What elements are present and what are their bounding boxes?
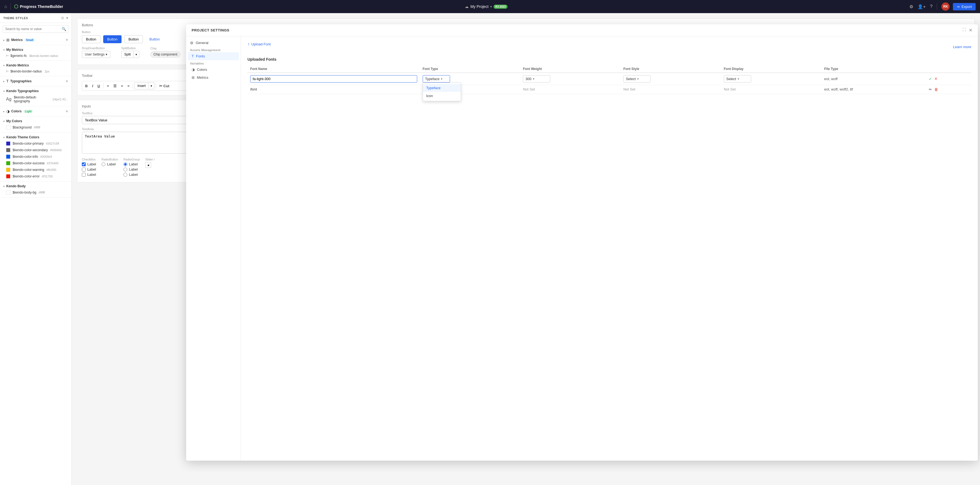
toolbar-cut[interactable]: ✂ Cut bbox=[158, 83, 171, 89]
button-default[interactable]: Button bbox=[82, 35, 100, 43]
add-typography-button[interactable]: + bbox=[66, 79, 68, 83]
settings-header-icons: ⛶ ✕ bbox=[963, 28, 972, 33]
metrics-nav-label: Metrics bbox=[197, 76, 208, 79]
delete-icon-2[interactable]: 🗑 bbox=[934, 87, 938, 92]
checkbox-label-2[interactable]: Label bbox=[82, 167, 96, 171]
metric-item[interactable]: ⊢ $generic-fs $kendo-border-radius bbox=[0, 53, 72, 59]
kendo-body-bg-item[interactable]: $kendo-body-bg #ffffff bbox=[0, 189, 72, 196]
radio-group-1[interactable] bbox=[124, 162, 127, 166]
split-button-main[interactable]: Split bbox=[121, 51, 133, 58]
kendo-typography-item[interactable]: Ag $kendo-default-typography 14px/1.42..… bbox=[0, 94, 72, 105]
checkbox-label-1[interactable]: Label bbox=[82, 162, 96, 166]
font-type-dropdown-1[interactable]: Typeface ▾ bbox=[423, 75, 450, 82]
color-error-item[interactable]: $kendo-color-error #f31700 bbox=[0, 173, 72, 180]
toolbar-align-center[interactable]: ☰ bbox=[111, 83, 119, 89]
color-success-item[interactable]: $kendo-color-success #37b400 bbox=[0, 160, 72, 166]
toolbar-bold[interactable]: B bbox=[83, 83, 89, 89]
color-warning-item[interactable]: $kendo-color-warning #ffc000 bbox=[0, 166, 72, 173]
help-icon[interactable]: ? bbox=[930, 4, 933, 9]
dropdown-option-icon[interactable]: Icon bbox=[423, 92, 461, 100]
color-primary-item[interactable]: $kendo-color-primary #2627c5ff bbox=[0, 140, 72, 147]
toolbar-align-right[interactable]: ≡ bbox=[119, 83, 125, 89]
kendo-metric-item[interactable]: ⊢ $kendo-border-radius 2px bbox=[0, 68, 72, 74]
font-style-2: Not Set bbox=[623, 87, 635, 91]
sidebar-header-icons: ⊙ ▾ bbox=[61, 16, 68, 20]
export-button[interactable]: ⇒ Export bbox=[953, 3, 975, 10]
add-user-icon[interactable]: 👤+ bbox=[918, 4, 926, 9]
color-error-hex: #f31700 bbox=[42, 175, 53, 178]
my-colors-header[interactable]: ▾ My Colors bbox=[0, 118, 72, 124]
kendo-metrics-header[interactable]: ▾ Kendo Metrics bbox=[0, 62, 72, 68]
metrics-label: Metrics bbox=[11, 38, 23, 42]
nav-item-fonts[interactable]: T Fonts bbox=[188, 52, 239, 60]
font-filetype-2: eot, woff, woff2, ttf bbox=[824, 87, 853, 91]
radio-1[interactable] bbox=[102, 162, 105, 166]
font-row-1: Typeface ▾ Typeface Icon bbox=[247, 73, 971, 85]
nav-item-general[interactable]: ⚙ General bbox=[186, 39, 240, 47]
color-info-item[interactable]: $kendo-color-info #0058e9 bbox=[0, 154, 72, 160]
add-metric-button[interactable]: + bbox=[66, 38, 68, 42]
palette-icon[interactable]: ⊙ bbox=[61, 16, 64, 20]
nav-item-colors[interactable]: ◑ Colors bbox=[188, 66, 239, 73]
toolbar-insert-arrow[interactable]: ▾ bbox=[148, 82, 154, 89]
delete-icon-1[interactable]: ✕ bbox=[934, 76, 937, 81]
font-weight-dropdown-1[interactable]: 300 ▾ bbox=[523, 75, 550, 82]
color-warning-name: $kendo-color-warning bbox=[13, 168, 44, 172]
radio-group-label-2[interactable]: Label bbox=[124, 167, 140, 171]
toolbar-underline[interactable]: U bbox=[95, 83, 102, 89]
add-color-button[interactable]: + bbox=[66, 109, 68, 114]
font-name-input-1[interactable] bbox=[250, 75, 417, 82]
toolbar-align-left[interactable]: ≡ bbox=[105, 83, 111, 89]
color-error-swatch bbox=[6, 174, 10, 179]
button-outline[interactable]: Button bbox=[124, 35, 143, 43]
dropdown-button[interactable]: User Settings ▾ bbox=[82, 51, 110, 58]
kendo-typographies-header[interactable]: ▾ Kendo Typographies bbox=[0, 88, 72, 94]
edit-icon-2[interactable]: ✏ bbox=[929, 87, 932, 92]
my-metrics-header[interactable]: ▾ My Metrics bbox=[0, 47, 72, 53]
font-weight-value-1: 300 bbox=[525, 77, 531, 81]
colors-header[interactable]: ▸ ◑ Colors Light + bbox=[0, 108, 72, 114]
font-display-dropdown-1[interactable]: Select ▾ bbox=[724, 75, 751, 82]
checkbox-3[interactable] bbox=[82, 173, 86, 177]
metrics-header[interactable]: ▸ ⊞ Metrics Small + bbox=[0, 36, 72, 43]
home-icon[interactable]: ⌂ bbox=[5, 4, 7, 9]
kendo-theme-colors-header[interactable]: ▾ Kendo Theme Colors bbox=[0, 134, 72, 140]
radio-group-3[interactable] bbox=[124, 173, 127, 177]
kendo-body-header[interactable]: ▾ Kendo Body bbox=[0, 183, 72, 189]
learn-more-link[interactable]: Learn more bbox=[953, 45, 971, 49]
toolbar-italic[interactable]: I bbox=[90, 83, 95, 89]
slider-left-button[interactable]: ◂ bbox=[145, 162, 151, 168]
toolbar-insert[interactable]: Insert bbox=[134, 82, 148, 89]
checkbox-label-3[interactable]: Label bbox=[82, 173, 96, 177]
top-nav: ⌂ ⬡ Progress ThemeBuilder ☁ My Project ▾… bbox=[0, 0, 980, 13]
my-color-item[interactable]: $background #ffffff bbox=[0, 124, 72, 131]
project-name[interactable]: ☁ My Project ▾ R3 2023 bbox=[465, 5, 508, 9]
button-flat[interactable]: Button bbox=[146, 36, 164, 43]
radio-group-label-1[interactable]: Label bbox=[124, 162, 140, 166]
chip[interactable]: Chip component bbox=[150, 51, 180, 58]
chevron-icon[interactable]: ▾ bbox=[66, 16, 68, 20]
maximize-icon[interactable]: ⛶ bbox=[963, 28, 966, 33]
toolbar-align-justify[interactable]: ≡ bbox=[126, 83, 132, 89]
radio-label-1[interactable]: Label bbox=[102, 162, 118, 166]
split-button-arrow[interactable]: ▾ bbox=[133, 51, 139, 58]
typographies-header[interactable]: ▸ T Typographies + bbox=[0, 78, 72, 84]
font-style-dropdown-1[interactable]: Select ▾ bbox=[623, 75, 651, 82]
settings-icon[interactable]: ⚙ bbox=[909, 4, 913, 9]
confirm-icon-1[interactable]: ✓ bbox=[929, 76, 932, 81]
avatar[interactable]: RK bbox=[942, 2, 950, 11]
nav-item-metrics[interactable]: ⊞ Metrics bbox=[188, 73, 239, 81]
upload-font-button[interactable]: ↑ Upload Font bbox=[247, 42, 271, 47]
search-input[interactable] bbox=[5, 27, 60, 31]
my-metrics-label: My Metrics bbox=[6, 48, 23, 52]
checkbox-2[interactable] bbox=[82, 168, 86, 171]
slider-group: Slider / ◂ bbox=[145, 158, 155, 168]
button-primary[interactable]: Button bbox=[103, 35, 122, 43]
color-secondary-item[interactable]: $kendo-color-secondary #666666 bbox=[0, 147, 72, 154]
checkbox-1[interactable] bbox=[82, 162, 86, 166]
close-icon[interactable]: ✕ bbox=[969, 28, 972, 33]
dropdown-option-typeface[interactable]: Typeface bbox=[423, 84, 461, 92]
color-primary-swatch bbox=[6, 141, 10, 146]
radio-group-2[interactable] bbox=[124, 168, 127, 171]
radio-group-label-3[interactable]: Label bbox=[124, 173, 140, 177]
